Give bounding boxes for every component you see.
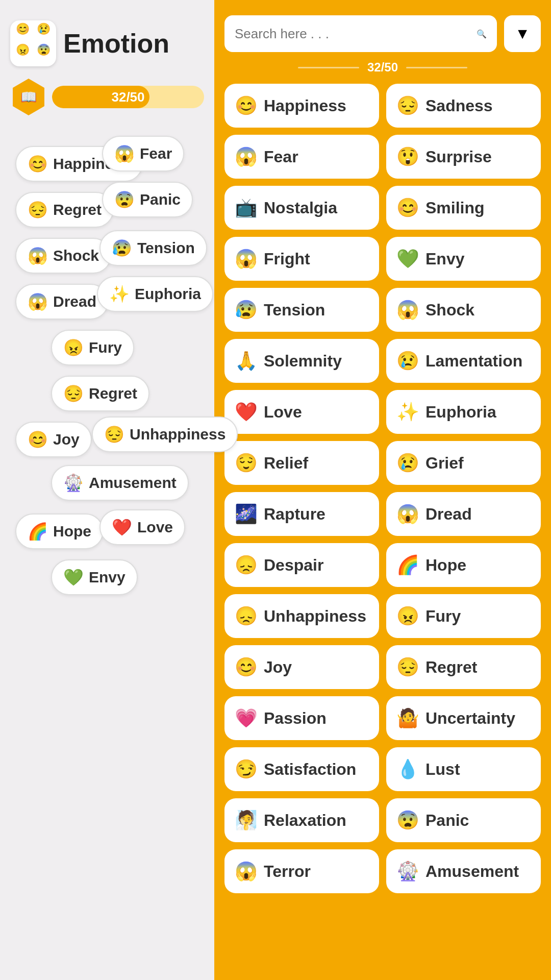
- bubble-shock[interactable]: 😱 Shock: [15, 238, 111, 274]
- emotion-emoji-solemnity: 🙏: [235, 350, 258, 372]
- app-title: Emotion: [63, 28, 169, 59]
- emotion-card-dread[interactable]: 😱Dread: [386, 492, 541, 536]
- emotion-label-euphoria: Euphoria: [425, 403, 496, 422]
- emotion-card-uncertainty[interactable]: 🤷Uncertainty: [386, 696, 541, 740]
- bubble-regret[interactable]: 😔 Regret: [15, 192, 114, 228]
- bubble-hope[interactable]: 🌈 Hope: [15, 513, 104, 549]
- score-row: 32/50: [224, 60, 541, 75]
- emotion-label-rapture: Rapture: [264, 505, 325, 524]
- emotion-label-surprise: Surprise: [425, 148, 492, 166]
- emotion-card-relaxation[interactable]: 🧖Relaxation: [224, 798, 379, 842]
- emotion-card-nostalgia[interactable]: 📺Nostalgia: [224, 186, 379, 230]
- emotion-card-lust[interactable]: 💧Lust: [386, 747, 541, 791]
- right-panel: 🔍 ▼ 32/50 😊Happiness😔Sadness😱Fear😲Surpri…: [214, 0, 551, 980]
- emotion-card-relief[interactable]: 😌Relief: [224, 441, 379, 485]
- emotion-emoji-shock: 😱: [396, 299, 419, 321]
- emotion-label-happiness: Happiness: [264, 96, 346, 115]
- bubble-label-fury: Fury: [89, 339, 122, 356]
- bubble-emoji-amusement: 🎡: [63, 473, 84, 493]
- emotion-card-solemnity[interactable]: 🙏Solemnity: [224, 339, 379, 383]
- bubble-label-envy: Envy: [89, 569, 126, 586]
- bubble-regret2[interactable]: 😔 Regret: [51, 376, 149, 411]
- emotion-card-fear[interactable]: 😱Fear: [224, 135, 379, 179]
- bubble-label-shock: Shock: [53, 247, 99, 264]
- emotion-card-grief[interactable]: 😢Grief: [386, 441, 541, 485]
- emotion-label-relaxation: Relaxation: [264, 811, 346, 830]
- bubble-label-fear: Fear: [140, 145, 172, 162]
- bubble-label-tension: Tension: [137, 239, 195, 257]
- bubble-label-joy: Joy: [53, 431, 80, 448]
- emotion-card-surprise[interactable]: 😲Surprise: [386, 135, 541, 179]
- emotion-label-dread: Dread: [425, 505, 472, 524]
- emotion-label-love: Love: [264, 403, 302, 422]
- emotion-card-love[interactable]: ❤️Love: [224, 390, 379, 434]
- emotion-grid-scroll[interactable]: 😊Happiness😔Sadness😱Fear😲Surprise📺Nostalg…: [224, 84, 541, 970]
- emotion-card-despair[interactable]: 😞Despair: [224, 543, 379, 587]
- emotion-emoji-hope: 🌈: [396, 554, 419, 576]
- emotion-label-nostalgia: Nostalgia: [264, 199, 337, 217]
- emotion-card-euphoria[interactable]: ✨Euphoria: [386, 390, 541, 434]
- emotion-label-regret: Regret: [425, 658, 477, 677]
- emotion-card-smiling[interactable]: 😊Smiling: [386, 186, 541, 230]
- emotion-label-satisfaction: Satisfaction: [264, 760, 356, 779]
- emotion-emoji-tension: 😰: [235, 299, 258, 321]
- emotion-label-panic: Panic: [425, 811, 469, 830]
- emotion-card-happiness[interactable]: 😊Happiness: [224, 84, 379, 128]
- bubble-label-euphoria: Euphoria: [135, 285, 201, 303]
- emotion-card-passion[interactable]: 💗Passion: [224, 696, 379, 740]
- emotion-label-joy: Joy: [264, 658, 292, 677]
- bubble-tension[interactable]: 😰 Tension: [99, 230, 207, 266]
- emotion-label-uncertainty: Uncertainty: [425, 709, 515, 728]
- emotion-card-joy[interactable]: 😊Joy: [224, 645, 379, 689]
- bubble-panic[interactable]: 😨 Panic: [102, 182, 193, 217]
- bubble-unhappiness[interactable]: 😔 Unhappiness: [92, 416, 238, 452]
- emotion-label-fright: Fright: [264, 250, 310, 268]
- emotion-emoji-joy: 😊: [235, 656, 258, 678]
- emotion-card-fury[interactable]: 😠Fury: [386, 594, 541, 638]
- score-line-left: [298, 67, 359, 68]
- emotion-label-amusement: Amusement: [425, 862, 519, 881]
- emotion-emoji-nostalgia: 📺: [235, 197, 258, 218]
- bubble-fear[interactable]: 😱 Fear: [102, 136, 184, 172]
- emotion-card-regret[interactable]: 😔Regret: [386, 645, 541, 689]
- bubble-envy[interactable]: 💚 Envy: [51, 559, 138, 595]
- emotion-label-fear: Fear: [264, 148, 298, 166]
- emotion-card-terror[interactable]: 😱Terror: [224, 849, 379, 893]
- emotion-label-shock: Shock: [425, 301, 474, 320]
- score-line-right: [406, 67, 467, 68]
- emotion-card-sadness[interactable]: 😔Sadness: [386, 84, 541, 128]
- emotion-card-envy[interactable]: 💚Envy: [386, 237, 541, 281]
- emotion-card-shock[interactable]: 😱Shock: [386, 288, 541, 332]
- bubbles-area: 😊 Happiness 😱 Fear 😔 Regret 😨 Panic 😱 Sh…: [10, 131, 204, 947]
- emotion-label-passion: Passion: [264, 709, 327, 728]
- search-input[interactable]: [235, 26, 470, 42]
- bubble-dread[interactable]: 😱 Dread: [15, 284, 109, 320]
- search-icon: 🔍: [477, 29, 487, 39]
- bubble-label-panic: Panic: [140, 191, 181, 208]
- bubble-fury[interactable]: 😠 Fury: [51, 330, 134, 365]
- emotion-card-panic[interactable]: 😨Panic: [386, 798, 541, 842]
- emotion-card-unhappiness[interactable]: 😞Unhappiness: [224, 594, 379, 638]
- emotion-label-lamentation: Lamentation: [425, 352, 522, 371]
- bubble-joy[interactable]: 😊 Joy: [15, 422, 92, 457]
- bubble-amusement[interactable]: 🎡 Amusement: [51, 465, 189, 501]
- emotion-card-hope[interactable]: 🌈Hope: [386, 543, 541, 587]
- emotion-emoji-terror: 😱: [235, 861, 258, 882]
- bubble-emoji-love: ❤️: [112, 518, 132, 537]
- emotion-emoji-despair: 😞: [235, 554, 258, 576]
- search-box[interactable]: 🔍: [224, 15, 497, 52]
- emotion-emoji-sadness: 😔: [396, 95, 419, 116]
- filter-button[interactable]: ▼: [504, 15, 541, 52]
- emotion-label-solemnity: Solemnity: [264, 352, 342, 371]
- emotion-card-tension[interactable]: 😰Tension: [224, 288, 379, 332]
- emotion-card-fright[interactable]: 😱Fright: [224, 237, 379, 281]
- bubble-love[interactable]: ❤️ Love: [99, 509, 185, 545]
- emotion-card-rapture[interactable]: 🌌Rapture: [224, 492, 379, 536]
- emotion-card-lamentation[interactable]: 😢Lamentation: [386, 339, 541, 383]
- emotion-card-satisfaction[interactable]: 😏Satisfaction: [224, 747, 379, 791]
- bubble-euphoria[interactable]: ✨ Euphoria: [97, 276, 213, 312]
- bubble-emoji-euphoria: ✨: [109, 284, 130, 304]
- bubble-label-hope: Hope: [53, 523, 91, 540]
- emotion-card-amusement[interactable]: 🎡Amusement: [386, 849, 541, 893]
- bubble-emoji-unhappiness: 😔: [104, 425, 124, 444]
